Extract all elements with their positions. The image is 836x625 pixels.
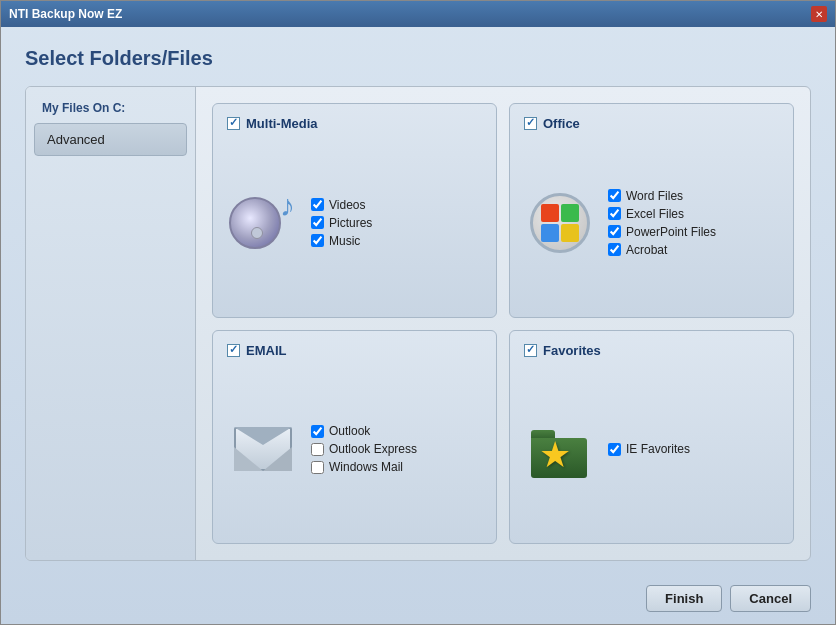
- windows-logo: [541, 204, 579, 242]
- multimedia-items: Videos Pictures Music: [311, 198, 372, 248]
- favorites-folder-icon: ★: [531, 420, 589, 478]
- windows-mail-label: Windows Mail: [329, 460, 403, 474]
- list-item[interactable]: Excel Files: [608, 207, 716, 221]
- close-button[interactable]: ✕: [811, 6, 827, 22]
- favorites-items: IE Favorites: [608, 442, 690, 456]
- category-favorites: Favorites ★: [509, 330, 794, 545]
- window-title: NTI Backup Now EZ: [9, 7, 122, 21]
- pictures-checkbox[interactable]: [311, 216, 324, 229]
- ie-favorites-checkbox[interactable]: [608, 443, 621, 456]
- windows-mail-checkbox[interactable]: [311, 461, 324, 474]
- email-envelope-icon: [234, 427, 292, 471]
- favorites-body: ★ IE Favorites: [524, 368, 779, 532]
- acrobat-checkbox[interactable]: [608, 243, 621, 256]
- list-item[interactable]: Music: [311, 234, 372, 248]
- list-item[interactable]: Windows Mail: [311, 460, 417, 474]
- favorites-icon-container: ★: [524, 420, 596, 478]
- email-label: EMAIL: [246, 343, 286, 358]
- music-note-icon: ♪: [280, 189, 295, 223]
- email-icon-container: [227, 427, 299, 471]
- category-multimedia: Multi-Media ♪: [212, 103, 497, 318]
- office-icon-container: [524, 193, 596, 253]
- cancel-button[interactable]: Cancel: [730, 585, 811, 612]
- sidebar: My Files On C: Advanced: [26, 87, 196, 560]
- excel-files-label: Excel Files: [626, 207, 684, 221]
- office-body: Word Files Excel Files PowerPoint Files: [524, 141, 779, 305]
- advanced-label: Advanced: [47, 132, 105, 147]
- office-items: Word Files Excel Files PowerPoint Files: [608, 189, 716, 257]
- category-favorites-header: Favorites: [524, 343, 779, 358]
- favorites-checkbox[interactable]: [524, 344, 537, 357]
- list-item[interactable]: Word Files: [608, 189, 716, 203]
- windows-quadrant-3: [541, 224, 559, 242]
- multimedia-label: Multi-Media: [246, 116, 318, 131]
- content-area: Select Folders/Files My Files On C: Adva…: [1, 27, 835, 577]
- email-checkbox[interactable]: [227, 344, 240, 357]
- powerpoint-files-label: PowerPoint Files: [626, 225, 716, 239]
- list-item[interactable]: Acrobat: [608, 243, 716, 257]
- outlook-express-checkbox[interactable]: [311, 443, 324, 456]
- outlook-checkbox[interactable]: [311, 425, 324, 438]
- category-multimedia-header: Multi-Media: [227, 116, 482, 131]
- categories-area: Multi-Media ♪: [196, 87, 810, 560]
- list-item[interactable]: Pictures: [311, 216, 372, 230]
- list-item[interactable]: Outlook Express: [311, 442, 417, 456]
- category-email: EMAIL: [212, 330, 497, 545]
- windows-quadrant-1: [541, 204, 559, 222]
- office-label: Office: [543, 116, 580, 131]
- list-item[interactable]: IE Favorites: [608, 442, 690, 456]
- favorites-label: Favorites: [543, 343, 601, 358]
- email-body: Outlook Outlook Express Windows Mail: [227, 368, 482, 532]
- list-item[interactable]: PowerPoint Files: [608, 225, 716, 239]
- list-item[interactable]: Videos: [311, 198, 372, 212]
- word-files-checkbox[interactable]: [608, 189, 621, 202]
- windows-quadrant-4: [561, 224, 579, 242]
- music-checkbox[interactable]: [311, 234, 324, 247]
- email-items: Outlook Outlook Express Windows Mail: [311, 424, 417, 474]
- videos-checkbox[interactable]: [311, 198, 324, 211]
- multimedia-icon: ♪: [227, 189, 299, 257]
- acrobat-label: Acrobat: [626, 243, 667, 257]
- office-icon: [530, 193, 590, 253]
- category-email-header: EMAIL: [227, 343, 482, 358]
- multimedia-body: ♪ Videos Pictures: [227, 141, 482, 305]
- sidebar-item-advanced[interactable]: Advanced: [34, 123, 187, 156]
- office-checkbox[interactable]: [524, 117, 537, 130]
- powerpoint-files-checkbox[interactable]: [608, 225, 621, 238]
- main-window: NTI Backup Now EZ ✕ Select Folders/Files…: [0, 0, 836, 625]
- main-panel: My Files On C: Advanced Multi-Media: [25, 86, 811, 561]
- category-office: Office: [509, 103, 794, 318]
- page-title: Select Folders/Files: [25, 47, 811, 70]
- word-files-label: Word Files: [626, 189, 683, 203]
- multimedia-checkbox[interactable]: [227, 117, 240, 130]
- finish-button[interactable]: Finish: [646, 585, 722, 612]
- footer: Finish Cancel: [1, 577, 835, 624]
- list-item[interactable]: Outlook: [311, 424, 417, 438]
- windows-quadrant-2: [561, 204, 579, 222]
- excel-files-checkbox[interactable]: [608, 207, 621, 220]
- pictures-label: Pictures: [329, 216, 372, 230]
- star-icon: ★: [539, 434, 571, 476]
- outlook-label: Outlook: [329, 424, 370, 438]
- category-office-header: Office: [524, 116, 779, 131]
- outlook-express-label: Outlook Express: [329, 442, 417, 456]
- titlebar: NTI Backup Now EZ ✕: [1, 1, 835, 27]
- ie-favorites-label: IE Favorites: [626, 442, 690, 456]
- videos-label: Videos: [329, 198, 365, 212]
- music-label: Music: [329, 234, 360, 248]
- sidebar-section-label: My Files On C:: [34, 95, 187, 123]
